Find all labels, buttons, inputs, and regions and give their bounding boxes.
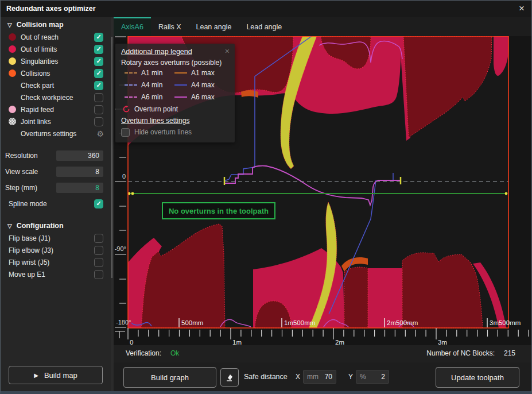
status-row: Verification: Ok Number of NC Blocks: 21… [114,345,531,362]
sidebar: ▽ Collision map Out of reach ✓ Out of li… [1,17,111,391]
legend-item-joint-links: Joint links [1,115,111,128]
step-input[interactable]: 8 [56,183,103,193]
nc-blocks-label: Number of NC Blocks: [426,349,495,357]
scrollbar-thumb[interactable] [111,37,112,278]
spline-mode-row: Spline mode ✓ [1,196,111,211]
additional-map-legend: × Additional map legend Rotary axes over… [115,44,235,142]
svg-text:0: 0 [130,339,133,345]
color-dot-out-of-limits [9,45,16,53]
checkbox-check-part[interactable]: ✓ [94,81,103,90]
collapse-icon: ▽ [7,22,12,28]
config-move-up-e1: Move up E1 [1,268,111,280]
safe-distance-label: Safe distance [244,373,288,381]
safe-distance-y-field[interactable]: % 2 [356,370,389,384]
checkbox-joint-links[interactable] [94,117,103,126]
legend-close-icon[interactable]: × [225,47,230,56]
y-label-0: 0 [122,173,126,180]
configuration-header[interactable]: ▽ Configuration [1,218,111,232]
color-dot-rapid-feed [9,106,16,113]
tab-bar: AxisA6 Rails X Lean angle Lead angle [114,17,531,36]
checkbox-out-of-reach[interactable]: ✓ [94,33,103,42]
checkbox-collisions[interactable]: ✓ [94,69,103,78]
svg-text:1m: 1m [232,339,242,345]
overturn-point-row: Overturn point [122,103,229,115]
collision-map-chart: 0 -90° -180° 0 1m 2m 3m [114,36,532,345]
legend-row-a1: A1 min A1 max [121,67,229,79]
safe-distance-x-label: X [296,373,300,381]
app-window: Redundant axes optimizer × ▽ Collision m… [0,0,532,394]
svg-text:2m: 2m [335,339,344,345]
close-icon[interactable]: × [519,3,525,14]
checkbox-rapid-feed[interactable] [94,105,103,114]
checkbox-flip-wrist[interactable] [94,258,103,267]
legend-row-a6: A6 min A6 max [121,91,229,103]
checkbox-flip-elbow[interactable] [94,246,103,255]
a4-max-swatch [174,84,187,86]
nc-blocks-value: 215 [504,349,515,357]
y-label-minus180: -180° [116,319,131,326]
eraser-button[interactable] [220,368,239,387]
gear-icon[interactable]: ⚙ [96,129,104,138]
build-graph-button[interactable]: Build graph [123,367,216,388]
x-ruler-labels: 0 1m 2m 3m [130,339,447,345]
overturns-settings-row: Overturns settings ⚙ [1,128,111,140]
color-dot-singularities [9,57,16,65]
legend-title[interactable]: Additional map legend [121,48,229,56]
safe-distance-x-field[interactable]: mm 70 [303,370,336,384]
verification-label: Verification: [126,349,161,357]
svg-text:3m500mm: 3m500mm [490,319,521,326]
window-title: Redundant axes optimizer [6,5,96,13]
color-dot-joint-links [9,118,16,125]
title-bar: Redundant axes optimizer × [1,1,531,17]
collapse-icon: ▽ [7,223,12,229]
main-area: AxisA6 Rails X Lean angle Lead angle [114,17,531,391]
collision-map-header[interactable]: ▽ Collision map [1,17,111,31]
svg-text:2m500mm: 2m500mm [387,319,418,326]
color-dot-collisions [9,69,16,77]
tab-axis-a6[interactable]: AxisA6 [114,17,151,36]
checkbox-out-of-limits[interactable]: ✓ [94,45,103,54]
view-scale-input[interactable]: 8 [56,167,103,177]
a6-max-swatch [174,96,187,98]
play-icon: ▶ [34,372,38,378]
config-flip-elbow: Flip elbow (J3) [1,244,111,256]
a1-max-swatch [174,72,187,74]
checkbox-hide-overturn-lines[interactable] [121,128,130,137]
tab-lead-angle[interactable]: Lead angle [239,17,289,36]
checkbox-spline-mode[interactable]: ✓ [94,199,103,208]
collision-map-title: Collision map [17,21,64,29]
checkbox-check-workpiece[interactable] [94,93,103,102]
tab-lean-angle[interactable]: Lean angle [189,17,239,36]
x-axis-ticks [115,328,529,339]
legend-item-rapid-feed: Rapid feed [1,103,111,115]
view-scale-row: View scale 8 [1,164,111,180]
a4-min-swatch [125,84,137,86]
legend-item-out-of-limits: Out of limits ✓ [1,43,111,55]
y-label-minus90: -90° [115,245,126,252]
legend-subtitle: Rotary axes overturns (possible) [121,59,229,67]
legend-item-singularities: Singularities ✓ [1,55,111,67]
eraser-icon [224,372,235,383]
overturn-point-icon [122,105,130,113]
configuration-title: Configuration [17,222,64,230]
step-row: Step (mm) 8 [1,180,111,196]
checkbox-flip-base[interactable] [94,234,103,243]
svg-text:1m500mm: 1m500mm [284,319,315,326]
a6-min-swatch [125,96,137,98]
overturn-lines-settings-link[interactable]: Overturn lines settings [121,115,229,126]
resolution-input[interactable]: 360 [56,150,103,161]
checkbox-singularities[interactable]: ✓ [94,57,103,66]
legend-row-a4: A4 min A4 max [121,79,229,91]
verification-status: Ok [170,349,179,357]
checkbox-move-up-e1[interactable] [94,270,103,279]
safe-distance-y-label: Y [348,373,353,381]
tab-rails-x[interactable]: Rails X [151,17,189,36]
color-dot-out-of-reach [9,33,16,41]
svg-text:3m: 3m [438,339,447,345]
resolution-row: Resolution 360 [1,148,111,164]
legend-item-out-of-reach: Out of reach ✓ [1,31,111,43]
build-map-button[interactable]: ▶ Build map [9,366,103,384]
svg-text:500mm: 500mm [181,319,203,326]
a1-min-swatch [125,72,137,74]
update-toolpath-button[interactable]: Update toolpath [436,367,519,388]
